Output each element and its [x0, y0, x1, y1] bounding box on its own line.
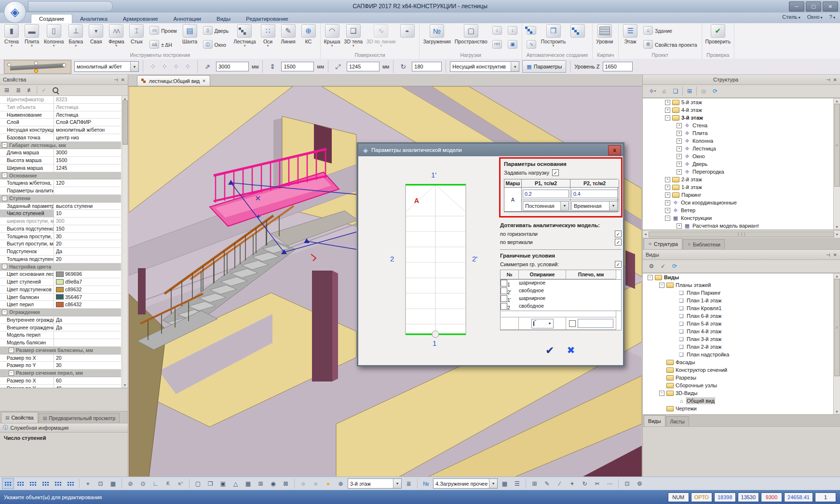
structure-tree-item[interactable]: + Лестница: [643, 145, 840, 152]
toolbar-icon[interactable]: [149, 478, 162, 489]
ribbon-button[interactable]: Дверь ▾: [200, 23, 232, 37]
load-number-icon[interactable]: [420, 478, 432, 489]
binoculars-icon[interactable]: ◎: [699, 87, 708, 95]
tree-expander[interactable]: +: [665, 177, 670, 182]
ribbon-tab[interactable]: Аналитика: [72, 14, 115, 23]
ribbon-button[interactable]: Свая ▾: [86, 23, 106, 51]
ribbon-button[interactable]: 3D по линии ▾: [365, 23, 397, 51]
boundary-row-checkbox[interactable]: [501, 287, 507, 294]
snap-toggle[interactable]: [27, 478, 39, 489]
preview-handle[interactable]: [34, 61, 38, 65]
tree-expander[interactable]: +: [665, 208, 670, 213]
boundary-row-checkbox[interactable]: [501, 295, 507, 302]
structure-tree-item[interactable]: + 4-й этаж: [643, 106, 840, 114]
properties-scrollbar[interactable]: ▲▼: [122, 96, 128, 388]
property-value[interactable]: 3000: [54, 149, 121, 156]
ribbon-button[interactable]: Шахта ▾: [180, 23, 200, 51]
axes-filter-icon[interactable]: ❖▾: [648, 87, 657, 95]
tree-expander[interactable]: +: [677, 169, 682, 175]
property-value[interactable]: 356467: [54, 294, 121, 301]
active-floor-combo[interactable]: 3-й этаж▼: [348, 478, 402, 489]
boundary-row-checkbox[interactable]: [501, 280, 507, 286]
dialog-title-bar[interactable]: ◈ Параметры аналитической модели x: [358, 144, 623, 156]
structure-tree-item[interactable]: + Колонна: [643, 137, 840, 145]
constructive-combo[interactable]: Несущий конструктив▼: [450, 61, 519, 72]
stair-tool-icon[interactable]: ⁘: [170, 61, 182, 72]
add-model-icon[interactable]: ⊞: [685, 87, 694, 95]
stair-preview-widget[interactable]: [4, 60, 71, 74]
tree-expander[interactable]: +: [677, 131, 682, 136]
p2-value-field[interactable]: 0.4: [571, 190, 618, 198]
toolbar-icon[interactable]: [137, 478, 149, 489]
extend-option-checkbox[interactable]: [615, 231, 622, 237]
ribbon-button[interactable]: Свойства проекта ▾: [640, 37, 700, 51]
snap-toggle[interactable]: [65, 478, 77, 489]
toolbar-icon[interactable]: [175, 478, 187, 489]
tab-close-icon[interactable]: ✕: [202, 79, 206, 83]
ribbon-button[interactable]: Крыша ▾: [322, 23, 342, 51]
ribbon-button[interactable]: ▾: [524, 23, 539, 37]
refresh-icon[interactable]: ⟳: [670, 262, 679, 271]
document-tool-icon[interactable]: [217, 478, 229, 489]
property-group-header[interactable]: −Размер сечения балясины, мм: [0, 347, 121, 354]
property-value[interactable]: [54, 339, 121, 346]
property-row[interactable]: Наименование Лестница: [0, 111, 121, 119]
property-row[interactable]: Высота подступенка... 150: [0, 225, 121, 233]
list-view-icon[interactable]: ≣: [14, 86, 23, 95]
ribbon-button[interactable]: Лестница ▾: [231, 23, 257, 51]
views-tree-item[interactable]: Общий вид: [643, 397, 840, 405]
property-value[interactable]: 10: [54, 210, 121, 217]
property-group-header[interactable]: −Размер сечения перил, мм: [0, 369, 121, 377]
ribbon-button[interactable]: Линия ▾: [278, 23, 298, 51]
property-value[interactable]: монолитный ж/бетон: [54, 126, 121, 134]
close-panel-icon[interactable]: ✕: [121, 77, 125, 82]
support-type-cell[interactable]: свободное: [519, 287, 566, 295]
property-value[interactable]: Лестница: [54, 104, 121, 111]
apply-check-icon[interactable]: ✓: [658, 262, 668, 271]
toolbar-icon[interactable]: [95, 478, 107, 489]
ribbon-tab[interactable]: Создание: [31, 14, 72, 23]
arm-cell[interactable]: [566, 295, 616, 303]
home-icon[interactable]: ⌂: [659, 87, 669, 95]
tree-expander[interactable]: +: [677, 223, 682, 229]
toolbar-icon[interactable]: [162, 478, 174, 489]
property-value[interactable]: Лестница: [54, 111, 121, 119]
property-row[interactable]: Размер по Y 30: [0, 362, 121, 369]
pin-icon[interactable]: ⊤: [826, 253, 831, 257]
views-bottom-tab[interactable]: Виды: [644, 415, 665, 426]
property-value[interactable]: 120: [54, 179, 121, 187]
structure-tree-item[interactable]: + Паркинг: [643, 191, 840, 199]
ribbon-button[interactable]: ▾: [489, 23, 505, 37]
ribbon-button[interactable]: Оси ▾: [258, 23, 278, 51]
layers-list-icon[interactable]: [403, 478, 415, 489]
property-row[interactable]: Число ступеней 10: [0, 210, 121, 218]
property-row[interactable]: Размер по X 60: [0, 377, 121, 385]
arm-checkbox[interactable]: [569, 320, 576, 327]
preview-handle[interactable]: [7, 63, 11, 67]
edit-tool-icon[interactable]: [528, 478, 541, 489]
views-bottom-tab[interactable]: Листы: [666, 416, 689, 426]
dialog-close-button[interactable]: x: [608, 145, 621, 155]
structure-tree-item[interactable]: + 5-й этаж: [643, 98, 840, 106]
views-tree-item[interactable]: Фасады: [643, 358, 840, 366]
property-row[interactable]: Размер по X 20: [0, 354, 121, 362]
viewport-tab[interactable]: лестницы:Общий вид ✕: [137, 75, 210, 86]
tree-expander[interactable]: +: [665, 192, 670, 198]
views-tree-item[interactable]: План 3-й этаж: [643, 335, 840, 343]
tree-expander[interactable]: −: [665, 115, 670, 121]
views-tree-item[interactable]: − Планы этажей: [643, 281, 840, 289]
service-info-bar[interactable]: ⓘ Служебная информация: [0, 423, 128, 433]
ribbon-button[interactable]: Проверить ▾: [704, 23, 733, 51]
property-row[interactable]: Толщина проступи, ... 30: [0, 233, 121, 241]
visibility-lamp-icon[interactable]: [322, 478, 334, 489]
view-settings-icon[interactable]: ⚙: [647, 262, 656, 271]
property-row[interactable]: Толщина ж/бетона, ... 120: [0, 179, 121, 187]
property-row[interactable]: Цвет подступенков c89632: [0, 286, 121, 294]
views-tree-item[interactable]: Чертежи: [643, 405, 840, 412]
stair-tool-icon[interactable]: ⁘: [159, 61, 170, 72]
property-value[interactable]: 20: [54, 354, 121, 362]
document-tool-icon[interactable]: [242, 478, 254, 489]
property-row[interactable]: Несущая конструкция монолитный ж/бетон: [0, 126, 121, 134]
snap-toggle[interactable]: [14, 478, 27, 489]
ribbon-button[interactable]: ▾: [524, 37, 539, 51]
